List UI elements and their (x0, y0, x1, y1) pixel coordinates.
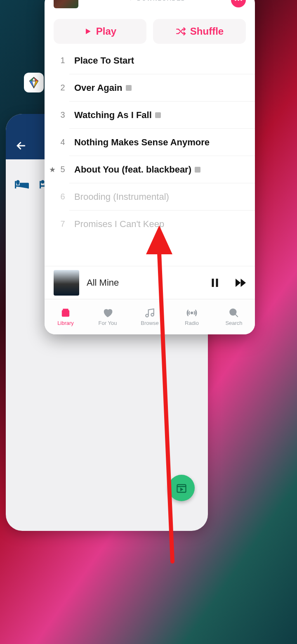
tab-browse[interactable]: Browse (129, 299, 171, 334)
background-app-icon (24, 73, 44, 92)
track-number: 2 (56, 83, 69, 92)
search-icon (229, 308, 239, 318)
next-track-icon[interactable] (233, 277, 246, 289)
play-label: Play (96, 26, 116, 37)
library-icon (60, 308, 71, 318)
ellipsis-icon (235, 0, 242, 1)
now-playing-artwork (54, 270, 79, 296)
track-row[interactable]: 1Place To Start (45, 47, 255, 74)
track-row[interactable]: 7Promises I Can't Keep (45, 211, 255, 237)
tab-bar: Library For You Browse Radio Search (45, 299, 255, 334)
pause-icon[interactable] (209, 277, 221, 289)
track-number: 6 (56, 192, 69, 201)
diamond-icon (28, 76, 40, 89)
track-row[interactable]: 2Over Again (45, 74, 255, 101)
play-button[interactable]: Play (54, 19, 146, 44)
track-number: 7 (56, 219, 69, 229)
svg-point-3 (191, 312, 193, 314)
svg-rect-1 (62, 310, 69, 317)
svg-rect-2 (63, 309, 68, 310)
calendar-play-icon (176, 482, 187, 494)
downloaded-label: DOWNLOADED (137, 0, 186, 2)
music-app-card[interactable]: DOWNLOADED Play Shuffle 1Place To Start2… (45, 0, 255, 334)
more-options-button[interactable] (231, 0, 246, 7)
tab-for-you[interactable]: For You (87, 299, 129, 334)
now-playing-controls (209, 277, 246, 289)
track-number: 4 (56, 137, 69, 147)
track-row[interactable]: ★5About You (feat. blackbear) (45, 156, 255, 183)
track-row[interactable]: 3Watching As I Fall (45, 102, 255, 128)
tab-for-you-label: For You (99, 320, 117, 326)
star-icon: ★ (49, 165, 56, 174)
track-row[interactable]: 6Brooding (Instrumental) (45, 183, 255, 210)
explicit-icon (155, 112, 161, 118)
svg-point-4 (230, 309, 236, 315)
track-list[interactable]: 1Place To Start2Over Again3Watching As I… (45, 47, 255, 237)
bed-icon (15, 180, 29, 190)
track-title: Promises I Can't Keep (74, 219, 164, 230)
heart-icon (102, 308, 113, 318)
shuffle-icon (175, 26, 186, 37)
tab-library[interactable]: Library (45, 299, 87, 334)
tab-browse-label: Browse (141, 320, 158, 326)
now-playing-bar[interactable]: All Mine (45, 266, 255, 299)
track-number: 3 (56, 110, 69, 120)
album-artwork[interactable] (54, 0, 78, 8)
explicit-icon (126, 85, 132, 91)
track-title: Over Again (74, 83, 132, 93)
track-title: Place To Start (74, 55, 134, 66)
back-arrow-icon[interactable] (15, 140, 27, 152)
now-playing-title: All Mine (87, 277, 119, 288)
track-number: 5 (56, 165, 69, 174)
track-title: Nothing Makes Sense Anymore (74, 137, 210, 148)
tab-search[interactable]: Search (213, 299, 255, 334)
shuffle-button[interactable]: Shuffle (153, 19, 246, 44)
action-row: Play Shuffle (45, 13, 255, 47)
track-title: Watching As I Fall (74, 110, 161, 121)
tab-library-label: Library (57, 320, 74, 326)
track-number: 1 (56, 56, 69, 65)
track-title: Brooding (Instrumental) (74, 192, 169, 202)
album-header: DOWNLOADED (45, 0, 255, 13)
calendar-fab[interactable] (168, 475, 195, 501)
track-row[interactable]: 4Nothing Makes Sense Anymore (45, 129, 255, 156)
downloaded-status: DOWNLOADED (128, 0, 186, 2)
track-title: About You (feat. blackbear) (74, 164, 200, 175)
explicit-icon (195, 167, 200, 173)
tab-radio[interactable]: Radio (171, 299, 213, 334)
music-note-icon (144, 308, 155, 318)
checkmark-icon (128, 0, 134, 2)
shuffle-label: Shuffle (190, 26, 224, 37)
tab-search-label: Search (225, 320, 242, 326)
radio-icon (186, 308, 197, 318)
play-icon (84, 27, 92, 36)
tab-radio-label: Radio (185, 320, 199, 326)
